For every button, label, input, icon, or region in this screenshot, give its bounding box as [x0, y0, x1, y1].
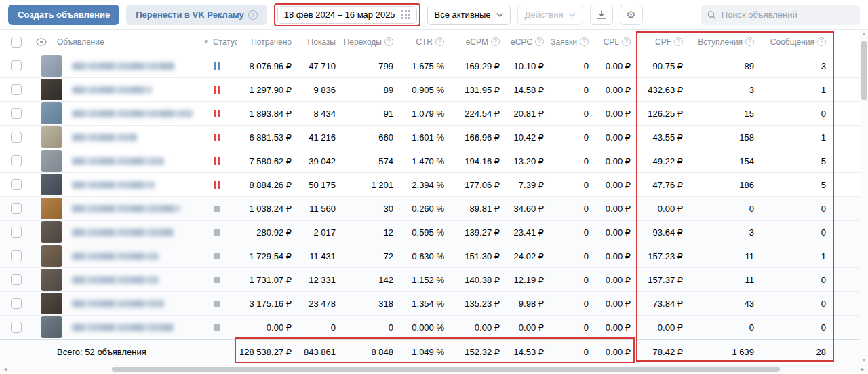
vertical-scrollbar[interactable]: ▲ ▼ — [860, 30, 868, 364]
column-header[interactable]: eCPC ? — [507, 37, 551, 47]
horizontal-scroll-thumb[interactable] — [112, 367, 780, 372]
table-row[interactable]: 8 884.26 ₽ 50 175 1 201 2.394 % 177.06 ₽… — [0, 173, 868, 197]
table-row[interactable]: 1 038.24 ₽ 11 560 30 0.260 % 89.81 ₽ 34.… — [0, 197, 868, 221]
ad-cell[interactable] — [33, 55, 197, 77]
cell-ecpc: 20.81 ₽ — [507, 109, 551, 119]
info-icon[interactable]: ? — [535, 37, 544, 46]
cell-ecpm: 169.29 ₽ — [451, 61, 507, 71]
info-icon[interactable]: ? — [580, 37, 589, 46]
ad-cell[interactable] — [33, 245, 197, 267]
column-header[interactable]: CTR ? — [400, 37, 451, 47]
select-all-checkbox[interactable] — [11, 37, 22, 48]
status-icon — [214, 86, 220, 94]
ad-thumbnail — [41, 198, 62, 219]
table-row[interactable]: 1 729.54 ₽ 11 431 72 0.630 % 151.30 ₽ 24… — [0, 244, 868, 268]
ad-cell[interactable] — [33, 198, 197, 219]
column-header[interactable]: Показы — [298, 37, 342, 47]
export-button[interactable] — [590, 5, 613, 25]
settings-button[interactable]: ⚙︎ — [620, 5, 643, 25]
table-row[interactable]: 1 731.07 ₽ 12 331 142 1.152 % 140.38 ₽ 1… — [0, 268, 868, 292]
create-ad-button[interactable]: Создать объявление — [8, 5, 119, 25]
cell-msgs: 5 — [761, 156, 833, 166]
cell-leads: 0 — [551, 180, 595, 190]
scroll-left-arrow[interactable]: ◀ — [1, 365, 9, 373]
cell-leads: 0 — [551, 251, 595, 261]
row-checkbox[interactable] — [11, 203, 22, 214]
row-checkbox[interactable] — [11, 108, 22, 119]
row-checkbox[interactable] — [11, 84, 22, 95]
table-row[interactable]: 7 580.62 ₽ 39 042 574 1.470 % 194.16 ₽ 1… — [0, 149, 868, 173]
row-checkbox[interactable] — [11, 274, 22, 285]
table-row[interactable]: 1 893.84 ₽ 8 434 91 1.079 % 224.54 ₽ 20.… — [0, 102, 868, 126]
search-box[interactable] — [701, 5, 860, 25]
table-row[interactable]: 1 297.90 ₽ 9 836 89 0.905 % 131.95 ₽ 14.… — [0, 78, 868, 102]
column-header-label: CTR — [416, 37, 433, 47]
row-checkbox[interactable] — [11, 132, 22, 143]
column-header[interactable]: ▼ Статус — [197, 37, 237, 47]
cell-cpl: 0.00 ₽ — [595, 275, 637, 285]
table-row[interactable]: 8 076.96 ₽ 47 710 799 1.675 % 169.29 ₽ 1… — [0, 54, 868, 78]
actions-label: Действия — [525, 10, 564, 20]
status-filter-dropdown[interactable]: Все активные — [427, 5, 511, 25]
ad-cell[interactable] — [33, 221, 197, 243]
column-header[interactable]: CPL ? — [595, 37, 637, 47]
cell-leads: 0 — [551, 109, 595, 119]
row-checkbox[interactable] — [11, 60, 22, 71]
cell-cpf: 43.55 ₽ — [637, 132, 690, 143]
cell-msgs: 0 — [761, 275, 833, 285]
scroll-right-arrow[interactable]: ▶ — [859, 365, 867, 373]
table-row[interactable]: 280.92 ₽ 2 017 12 0.595 % 139.27 ₽ 23.41… — [0, 221, 868, 244]
scroll-up-arrow[interactable]: ▲ — [860, 30, 868, 38]
row-select-cell — [0, 250, 33, 261]
cell-joins: 11 — [690, 251, 761, 261]
gear-icon: ⚙︎ — [626, 10, 635, 20]
row-checkbox[interactable] — [11, 179, 22, 190]
cell-leads: 0 — [551, 227, 595, 238]
column-header[interactable]: Заявки ? — [551, 37, 595, 47]
transfer-to-vk-ads-button[interactable]: Перенести в VK Рекламу ? — [126, 5, 267, 25]
column-header[interactable]: Вступления ? — [690, 37, 761, 47]
ad-cell[interactable] — [33, 174, 197, 195]
column-header[interactable]: eCPM ? — [451, 37, 507, 47]
row-checkbox[interactable] — [11, 250, 22, 261]
ad-name-blurred — [72, 300, 164, 307]
ad-cell[interactable] — [33, 102, 197, 124]
table-row[interactable]: 0.00 ₽ 0 0 0.000 % 0.00 ₽ 0.00 ₽ 0 0.00 … — [0, 316, 868, 339]
cell-spent: 8 884.26 ₽ — [237, 180, 298, 190]
date-range-picker[interactable]: 18 фев 2024 – 16 мар 2025 — [277, 6, 417, 24]
status-icon — [214, 181, 220, 189]
row-checkbox[interactable] — [11, 322, 22, 333]
table-row[interactable]: 6 881.53 ₽ 41 216 660 1.601 % 166.96 ₽ 1… — [0, 126, 868, 149]
table-row[interactable]: 3 175.16 ₽ 23 478 318 1.354 % 135.23 ₽ 9… — [0, 292, 868, 316]
ad-cell[interactable] — [33, 293, 197, 314]
visibility-column-header[interactable] — [33, 38, 50, 46]
ad-cell[interactable] — [33, 79, 197, 100]
info-icon[interactable]: ? — [384, 37, 393, 46]
info-icon[interactable]: ? — [674, 37, 683, 46]
scroll-down-arrow[interactable]: ▼ — [860, 356, 868, 364]
info-icon[interactable]: ? — [745, 37, 754, 46]
ad-cell[interactable] — [33, 150, 197, 172]
vertical-scroll-thumb[interactable] — [861, 41, 867, 100]
row-checkbox[interactable] — [11, 227, 22, 238]
cell-shows: 23 478 — [298, 299, 342, 309]
cell-shows: 0 — [298, 322, 342, 333]
column-header[interactable]: CPF ? — [637, 37, 690, 47]
ad-cell[interactable] — [33, 126, 197, 148]
search-input[interactable] — [722, 10, 853, 20]
column-header[interactable]: Потрачено — [237, 37, 298, 47]
info-icon[interactable]: ? — [817, 37, 826, 46]
column-header[interactable]: Переходы ? — [342, 37, 400, 47]
column-header[interactable]: Сообщения ? — [761, 37, 833, 47]
info-icon[interactable]: ? — [622, 37, 631, 46]
cell-leads: 0 — [551, 275, 595, 285]
row-checkbox[interactable] — [11, 155, 22, 166]
ad-cell[interactable] — [33, 316, 197, 338]
ad-cell[interactable] — [33, 269, 197, 291]
horizontal-scrollbar[interactable]: ◀ ▶ — [0, 364, 868, 374]
column-header[interactable]: Объявление — [50, 37, 197, 47]
row-checkbox[interactable] — [11, 298, 22, 309]
create-ad-label: Создать объявление — [18, 10, 110, 20]
info-icon[interactable]: ? — [491, 37, 500, 46]
info-icon[interactable]: ? — [435, 37, 444, 46]
